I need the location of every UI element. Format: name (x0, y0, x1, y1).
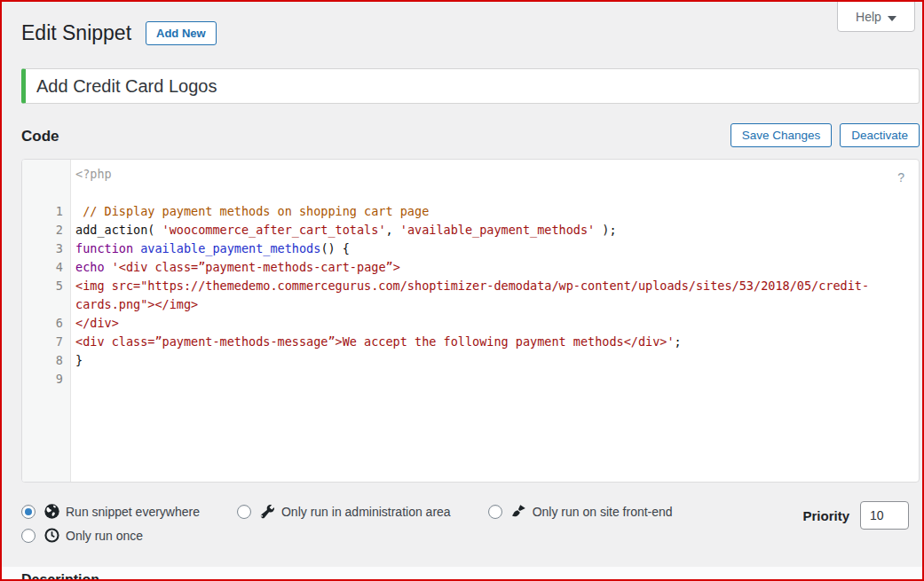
scope-row-2: Only run once (21, 523, 920, 547)
priority-label: Priority (802, 508, 849, 523)
priority-input[interactable] (860, 501, 909, 530)
paintbrush-icon (510, 503, 527, 520)
radio-only-run-on-site-front-end[interactable] (488, 505, 502, 519)
line-number: 9 (22, 370, 71, 389)
code-line (71, 370, 75, 389)
code-line: // Display payment methods on shopping c… (71, 202, 429, 221)
wrench-icon (259, 503, 276, 520)
code-row: 7<div class=”payment-methods-message”>We… (22, 333, 919, 351)
code-row: 5<img src="https://themedemo.commercegur… (22, 277, 919, 295)
code-line: </div> (71, 314, 119, 333)
code-row: 1 // Display payment methods on shopping… (22, 202, 919, 221)
line-number: 1 (22, 202, 71, 221)
code-row: 8} (22, 351, 919, 370)
line-number: 6 (22, 314, 71, 333)
edit-snippet-page: Help Edit Snippet Add New Code Save Chan… (0, 0, 924, 581)
description-heading: Description (21, 572, 99, 581)
caret-down-icon (888, 16, 896, 21)
line-number: 2 (22, 221, 71, 239)
snippet-title-input[interactable] (21, 68, 920, 104)
code-row: <?php (22, 165, 919, 184)
code-line: <div class=”payment-methods-message”>We … (71, 333, 682, 351)
code-row (22, 184, 919, 202)
page-title: Edit Snippet (21, 20, 131, 46)
code-row: 9 (22, 370, 919, 389)
scope-option-only-run-once[interactable]: Only run once (21, 527, 143, 544)
code-lines: <?php1 // Display payment methods on sho… (22, 165, 919, 389)
scope-row-1: Run snippet everywhereOnly run in admini… (21, 499, 920, 523)
save-changes-button[interactable]: Save Changes (731, 123, 833, 147)
description-section-top: Description (2, 567, 922, 579)
code-row: 3function available_payment_methods() { (22, 239, 919, 258)
line-number: 4 (22, 258, 71, 277)
help-dropdown[interactable]: Help (837, 0, 915, 32)
code-line (71, 184, 75, 202)
line-number: 5 (22, 277, 71, 295)
line-number (22, 165, 71, 184)
line-number: 3 (22, 239, 71, 258)
code-action-buttons: Save Changes Deactivate (731, 123, 920, 147)
clock-icon (43, 527, 60, 544)
code-row: 2add_action( 'woocommerce_after_cart_tot… (22, 221, 919, 239)
code-row: 4echo '<div class=”payment-methods-cart-… (22, 258, 919, 277)
code-row: 6</div> (22, 314, 919, 333)
radio-only-run-in-administration-area[interactable] (237, 505, 251, 519)
scope-option-label: Run snippet everywhere (66, 505, 200, 519)
code-line: function available_payment_methods() { (71, 239, 350, 258)
scope-option-label: Only run once (66, 529, 143, 543)
line-number: 8 (22, 351, 71, 370)
code-heading: Code (21, 128, 59, 147)
scope-option-label: Only run on site front-end (533, 505, 673, 519)
code-line: <img src="https://themedemo.commerceguru… (71, 277, 869, 295)
code-line: cards.png"></img> (71, 295, 198, 314)
code-line: <?php (71, 165, 112, 184)
line-number (22, 295, 71, 314)
add-new-button[interactable]: Add New (146, 21, 217, 45)
scope-option-only-run-on-site-front-end[interactable]: Only run on site front-end (488, 503, 673, 520)
help-label: Help (856, 10, 881, 24)
priority-field: Priority (802, 501, 909, 530)
radio-run-snippet-everywhere[interactable] (21, 505, 36, 519)
editor-help-icon[interactable]: ? (897, 170, 904, 185)
radio-only-run-once[interactable] (21, 529, 36, 543)
scope-option-label: Only run in administration area (281, 505, 451, 519)
code-row: cards.png"></img> (22, 295, 919, 314)
code-line: add_action( 'woocommerce_after_cart_tota… (71, 221, 617, 239)
deactivate-button[interactable]: Deactivate (840, 123, 920, 147)
code-section-header: Code Save Changes Deactivate (21, 123, 920, 147)
code-editor[interactable]: <?php1 // Display payment methods on sho… (21, 159, 920, 483)
scope-section: Run snippet everywhereOnly run in admini… (21, 499, 920, 547)
globe-icon (43, 503, 60, 520)
page-header: Edit Snippet Add New (21, 18, 916, 48)
line-number (22, 184, 71, 202)
scope-option-run-snippet-everywhere[interactable]: Run snippet everywhere (21, 503, 200, 520)
scope-option-only-run-in-administration-area[interactable]: Only run in administration area (237, 503, 451, 520)
code-line: } (71, 351, 83, 370)
code-line: echo '<div class=”payment-methods-cart-p… (71, 258, 400, 277)
line-number: 7 (22, 333, 71, 351)
